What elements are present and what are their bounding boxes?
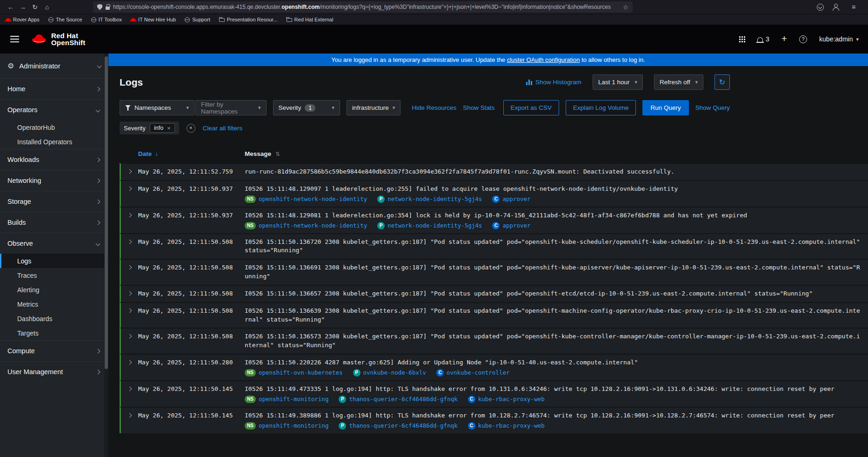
expand-row-button[interactable] xyxy=(121,208,138,233)
sidebar-item-operatorhub[interactable]: OperatorHub xyxy=(0,120,108,134)
help-icon[interactable] xyxy=(799,35,807,43)
sidebar-item-home[interactable]: Home xyxy=(0,78,108,99)
message-column-header[interactable]: Message⇅ xyxy=(245,150,868,157)
expand-row-button[interactable] xyxy=(121,181,138,207)
pocket-icon[interactable] xyxy=(817,4,824,11)
remove-chip-icon[interactable]: × xyxy=(167,125,171,131)
chevron-right-icon xyxy=(127,291,132,296)
refresh-button[interactable]: ↻ xyxy=(714,74,730,90)
bookmark-support[interactable]: Support xyxy=(185,17,210,22)
hide-resources-button[interactable]: Hide Resources xyxy=(412,104,456,111)
sidebar-item-installed-operators[interactable]: Installed Operators xyxy=(0,134,108,149)
run-query-button[interactable]: Run Query xyxy=(642,100,688,115)
sidebar-item-operators[interactable]: Operators xyxy=(0,99,108,120)
oauth-config-link[interactable]: cluster OAuth configuration xyxy=(507,56,580,63)
namespace-link[interactable]: openshift-network-node-identity xyxy=(259,222,367,229)
namespace-link[interactable]: openshift-monitoring xyxy=(259,422,329,429)
sidebar-item-compute[interactable]: Compute xyxy=(0,340,108,361)
expand-row-button[interactable] xyxy=(121,355,138,380)
account-icon[interactable] xyxy=(832,4,839,11)
shield-icon[interactable] xyxy=(97,4,102,10)
app-launcher-icon[interactable] xyxy=(739,36,745,42)
export-csv-button[interactable]: Export as CSV xyxy=(503,100,560,115)
pod-link[interactable]: thanos-querier-6cf46486dd-gfnqk xyxy=(349,396,457,403)
expand-row-button[interactable] xyxy=(121,286,138,302)
container-link[interactable]: approver xyxy=(502,195,530,202)
sidebar-item-workloads[interactable]: Workloads xyxy=(0,149,108,170)
expand-row-button[interactable] xyxy=(121,329,138,354)
show-query-button[interactable]: Show Query xyxy=(695,104,730,111)
sidebar-item-storage[interactable]: Storage xyxy=(0,191,108,212)
container-link[interactable]: kube-rbac-proxy-web xyxy=(478,396,545,403)
bookmark-red-hat-external[interactable]: Red Hat External xyxy=(287,17,334,22)
severity-select[interactable]: Severity 1 ▾ xyxy=(273,100,340,115)
sidebar-item-traces[interactable]: Traces xyxy=(0,268,108,282)
bookmark-the-source[interactable]: The Source xyxy=(48,17,82,22)
home-icon[interactable]: ⌂ xyxy=(41,3,53,11)
clear-all-filters-button[interactable]: Clear all filters xyxy=(203,125,243,132)
namespace-filter-select[interactable]: Filter by Namespaces ▾ xyxy=(195,100,267,115)
perspective-switcher[interactable]: ⚙ Administrator xyxy=(0,54,108,78)
pod-link[interactable]: ovnkube-node-6bxlv xyxy=(363,369,426,376)
sidebar-item-targets[interactable]: Targets xyxy=(0,326,108,340)
import-yaml-icon[interactable] xyxy=(781,35,787,43)
container-link[interactable]: ovnkube-controller xyxy=(447,369,509,376)
bookmark-rover-apps[interactable]: Rover Apps xyxy=(6,17,40,22)
date-column-header[interactable]: Date↓ xyxy=(138,150,245,157)
sidebar-item-logs[interactable]: Logs xyxy=(0,254,108,268)
namespace-link[interactable]: openshift-ovn-kubernetes xyxy=(259,369,343,376)
tenant-select[interactable]: infrastructure ▾ xyxy=(347,100,401,115)
sidebar-scrollbar[interactable] xyxy=(105,56,108,369)
expand-row-button[interactable] xyxy=(121,260,138,285)
expand-row-button[interactable] xyxy=(121,381,138,407)
namespace-link[interactable]: openshift-network-node-identity xyxy=(259,195,367,202)
bookmark-presentation-resour[interactable]: Presentation Resour... xyxy=(219,17,278,22)
sidebar-item-alerting[interactable]: Alerting xyxy=(0,282,108,297)
sidebar-item-dashboards[interactable]: Dashboards xyxy=(0,311,108,326)
sidebar-item-networking[interactable]: Networking xyxy=(0,170,108,191)
log-resources: NSopenshift-network-node-identityPnetwor… xyxy=(245,195,861,203)
brand-logo[interactable]: Red HatOpenShift xyxy=(31,32,85,46)
expand-row-button[interactable] xyxy=(121,234,138,259)
nav-toggle-icon[interactable] xyxy=(10,39,19,40)
attribute-filter-select[interactable]: Namespaces ▾ xyxy=(120,100,194,115)
sidebar-item-metrics[interactable]: Metrics xyxy=(0,297,108,311)
user-menu[interactable]: kube:admin ▾ xyxy=(819,35,859,43)
container-link[interactable]: kube-rbac-proxy-web xyxy=(478,422,545,429)
chevron-right-icon xyxy=(96,178,100,183)
sidebar: ⚙ Administrator HomeOperatorsOperatorHub… xyxy=(0,54,108,457)
chevron-right-icon xyxy=(127,413,132,417)
expand-row-button[interactable] xyxy=(121,408,138,433)
bookmark-it-toolbox[interactable]: IT Toolbox xyxy=(91,17,122,22)
sidebar-item-observe[interactable]: Observe xyxy=(0,233,108,254)
refresh-interval-select[interactable]: Refresh off▾ xyxy=(654,74,703,90)
sidebar-item-builds[interactable]: Builds xyxy=(0,212,108,233)
time-range-select[interactable]: Last 1 hour▾ xyxy=(593,74,643,90)
log-message: I0526 15:11:48.129097 1 leaderelection.g… xyxy=(245,185,861,194)
show-stats-button[interactable]: Show Stats xyxy=(463,104,494,111)
expand-row-button[interactable] xyxy=(121,164,138,180)
pod-link[interactable]: thanos-querier-6cf46486dd-gfnqk xyxy=(349,422,457,429)
log-timestamp: May 26, 2025, 12:11:50.508 xyxy=(138,303,245,328)
container-link[interactable]: approver xyxy=(502,222,530,229)
app-menu-icon[interactable]: ≡ xyxy=(848,3,860,11)
pod-link[interactable]: network-node-identity-5gj4s xyxy=(387,195,482,202)
namespace-link[interactable]: openshift-monitoring xyxy=(259,396,329,403)
expand-row-button[interactable] xyxy=(121,303,138,328)
forward-icon[interactable]: → xyxy=(17,3,29,11)
url-bar[interactable]: https://console-openshift-console.apps.e… xyxy=(93,1,633,13)
sidebar-item-user-management[interactable]: User Management xyxy=(0,361,108,382)
bookmark-star-icon[interactable]: ☆ xyxy=(623,4,628,11)
pod-link[interactable]: network-node-identity-5gj4s xyxy=(387,222,482,229)
explain-log-volume-button[interactable]: Explain Log Volume xyxy=(566,100,636,115)
filter-icon xyxy=(125,105,131,111)
back-icon[interactable]: ← xyxy=(5,3,17,11)
show-histogram-button[interactable]: Show Histogram xyxy=(526,79,581,86)
remove-chip-group-button[interactable]: × xyxy=(187,124,195,133)
notifications-button[interactable]: 3 xyxy=(757,35,769,43)
container-badge: C xyxy=(492,222,500,229)
bookmark-it-new-hire-hub[interactable]: IT New Hire Hub xyxy=(131,17,176,22)
lock-icon[interactable] xyxy=(106,7,110,10)
reload-icon[interactable]: ↻ xyxy=(29,3,41,11)
log-message: I0526 15:11:50.136657 2308 kubelet_gette… xyxy=(245,289,861,298)
